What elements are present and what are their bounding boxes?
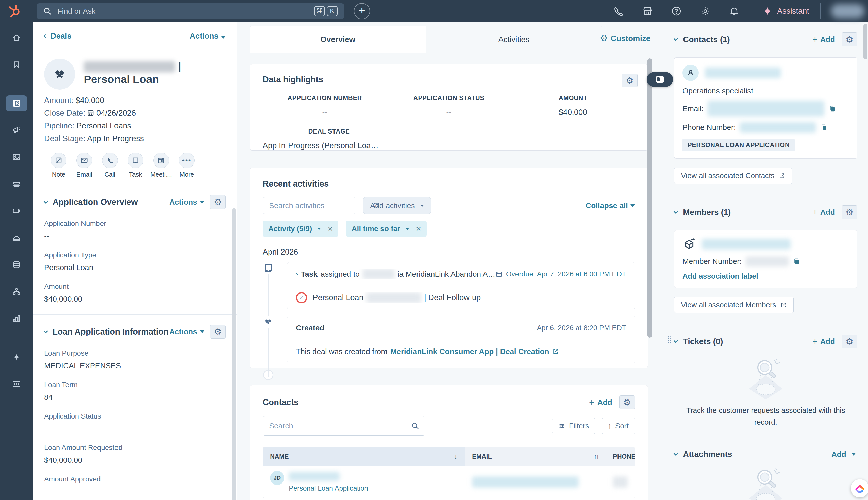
- email-button[interactable]: Email: [76, 152, 92, 178]
- collapse-all-dropdown[interactable]: Collapse all: [585, 201, 635, 210]
- member-object-icon: [683, 238, 696, 251]
- marketplace-icon[interactable]: [642, 6, 653, 16]
- nav-data-management[interactable]: [5, 257, 27, 273]
- add-member-button[interactable]: +Add: [812, 208, 835, 216]
- redacted-contact-email[interactable]: [472, 476, 579, 488]
- contact-row[interactable]: JD Personal Loan Application: [263, 466, 635, 498]
- collapse-section-icon[interactable]: [43, 199, 48, 204]
- nav-bookmarks[interactable]: [5, 57, 27, 72]
- section-settings-button[interactable]: [842, 33, 857, 46]
- clickup-widget-button[interactable]: [851, 479, 868, 498]
- card-settings-button[interactable]: [619, 395, 635, 409]
- collapse-right-panel-button[interactable]: [647, 72, 673, 87]
- section-settings-button[interactable]: [842, 334, 857, 348]
- section-actions-dropdown[interactable]: Actions: [169, 327, 204, 336]
- nav-content[interactable]: [5, 149, 27, 165]
- nav-marketing[interactable]: [5, 122, 27, 138]
- filter-chip-timerange[interactable]: All time so far×: [346, 220, 427, 237]
- note-button[interactable]: Note: [51, 152, 67, 178]
- help-icon[interactable]: [671, 6, 682, 16]
- section-settings-button[interactable]: [210, 195, 226, 209]
- filters-button[interactable]: Filters: [552, 418, 595, 434]
- search-contacts-input[interactable]: [263, 416, 425, 435]
- collapse-section-icon[interactable]: [673, 338, 678, 343]
- create-new-button[interactable]: +: [354, 3, 370, 19]
- global-search[interactable]: ⌘K: [36, 3, 344, 19]
- search-activities-input[interactable]: [263, 197, 356, 214]
- field-amount: Amount$40,000.00: [44, 283, 226, 303]
- add-ticket-button[interactable]: +Add: [812, 337, 835, 346]
- redacted-member-name-link[interactable]: [702, 239, 791, 250]
- column-header-name[interactable]: NAME: [263, 447, 465, 466]
- view-all-contacts-button[interactable]: View all associated Contacts: [674, 168, 792, 184]
- empty-state-illustration: [738, 357, 793, 400]
- call-button[interactable]: Call: [102, 152, 118, 178]
- drag-handle-icon[interactable]: [667, 336, 672, 345]
- add-attachment-dropdown[interactable]: Add: [832, 450, 856, 459]
- nav-development[interactable]: [5, 376, 27, 392]
- redacted-contact-name-link[interactable]: [705, 68, 781, 78]
- sort-button[interactable]: ↑Sort: [602, 418, 635, 434]
- keyboard-shortcut: ⌘K: [314, 6, 338, 16]
- account-menu[interactable]: [831, 4, 865, 18]
- deal-actions-dropdown[interactable]: Actions: [190, 32, 226, 41]
- section-settings-button[interactable]: [210, 325, 226, 339]
- nav-commerce[interactable]: [5, 176, 27, 192]
- add-association-label-link[interactable]: Add association label: [683, 272, 849, 281]
- notifications-icon[interactable]: [729, 6, 740, 16]
- clickup-logo: [854, 482, 866, 494]
- settings-icon[interactable]: [700, 6, 711, 16]
- add-contact-button[interactable]: +Add: [589, 398, 612, 407]
- search-input[interactable]: [57, 7, 338, 15]
- left-panel-scrollbar[interactable]: [232, 208, 236, 500]
- collapse-section-icon[interactable]: [673, 451, 678, 456]
- meeting-button[interactable]: Meeti…: [153, 152, 169, 178]
- expand-event-icon[interactable]: [296, 273, 298, 276]
- nav-home[interactable]: [5, 30, 27, 46]
- view-all-members-button[interactable]: View all associated Members: [674, 297, 793, 313]
- redacted-contact-name-link[interactable]: [289, 472, 340, 481]
- assistant-button[interactable]: Assistant: [763, 6, 809, 16]
- column-header-phone[interactable]: PHONE N: [606, 447, 635, 466]
- collapse-section-icon[interactable]: [673, 209, 678, 214]
- external-link-icon[interactable]: [552, 348, 559, 355]
- nav-automations[interactable]: [5, 284, 27, 299]
- redacted-contact-phone: [613, 476, 628, 488]
- copy-icon[interactable]: [820, 124, 827, 131]
- created-timestamp: Apr 6, 2026 at 8:20 PM EDT: [537, 324, 626, 332]
- assistant-label: Assistant: [777, 7, 809, 16]
- nav-service[interactable]: [5, 230, 27, 246]
- remove-filter-icon[interactable]: ×: [328, 224, 333, 234]
- timeline-task-event: Task assigned to ia MeridianLink Abandon…: [263, 262, 635, 309]
- calling-icon[interactable]: [613, 6, 624, 16]
- filter-chip-activity[interactable]: Activity (5/9)×: [263, 220, 338, 237]
- card-settings-button[interactable]: [622, 73, 638, 87]
- add-contact-button[interactable]: +Add: [812, 35, 835, 44]
- tab-activities[interactable]: Activities: [426, 26, 602, 53]
- task-overdue-checkbox[interactable]: [296, 292, 307, 303]
- more-actions-button[interactable]: ••• More: [179, 152, 195, 178]
- collapse-section-icon[interactable]: [673, 36, 678, 41]
- field-application-type: Application TypePersonal Loan: [44, 251, 226, 272]
- nav-crm[interactable]: [5, 95, 27, 111]
- customize-tabs-button[interactable]: Customize: [600, 34, 651, 43]
- section-settings-button[interactable]: [842, 205, 857, 219]
- tab-overview[interactable]: Overview: [250, 26, 426, 53]
- copy-icon[interactable]: [829, 105, 836, 112]
- collapse-section-icon[interactable]: [43, 329, 48, 333]
- center-scrollbar[interactable]: [648, 58, 652, 338]
- remove-filter-icon[interactable]: ×: [416, 224, 421, 234]
- deal-creation-link[interactable]: MeridianLink Consumer App | Deal Creatio…: [390, 347, 549, 356]
- section-actions-dropdown[interactable]: Actions: [169, 198, 204, 206]
- task-button[interactable]: Task: [128, 152, 144, 178]
- back-to-deals-link[interactable]: Deals: [44, 32, 71, 41]
- nav-ai[interactable]: [5, 349, 27, 365]
- nav-payments[interactable]: [5, 203, 27, 219]
- column-header-email[interactable]: EMAIL: [465, 447, 606, 466]
- copy-icon[interactable]: [793, 258, 800, 265]
- task-due-date[interactable]: Overdue: Apr 7, 2026 at 6:00 PM EDT: [506, 270, 626, 278]
- page-scrollbar[interactable]: [864, 24, 868, 59]
- arrow-up-icon: ↑: [608, 422, 612, 430]
- nav-reporting[interactable]: [5, 311, 27, 326]
- hubspot-logo[interactable]: [7, 3, 22, 19]
